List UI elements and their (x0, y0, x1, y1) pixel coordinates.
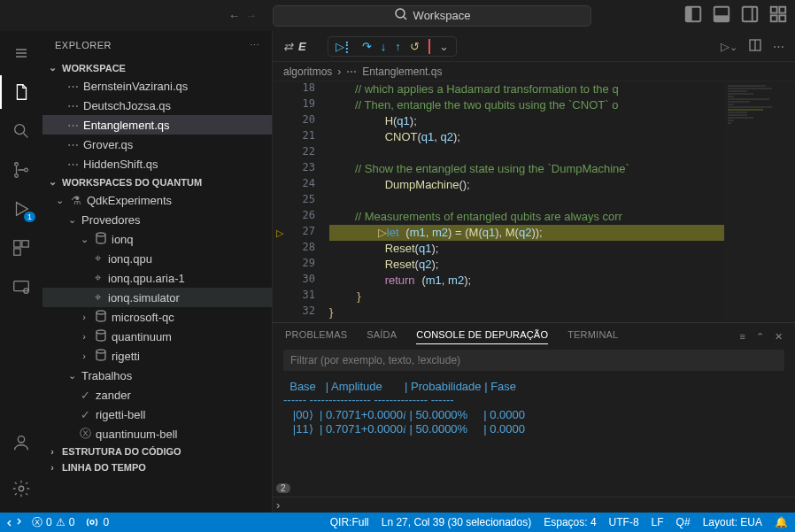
menu-icon[interactable] (0, 36, 42, 70)
tab-more-icon[interactable]: ⋯ (773, 40, 784, 53)
database-icon (94, 231, 108, 248)
job-item[interactable]: ✓rigetti-bell (42, 405, 272, 424)
breadcrumbs[interactable]: algoritmos › ⋯ Entanglement.qs (273, 62, 795, 81)
files-tree: ⋯BernsteinVazirani.qs⋯DeutschJozsa.qs⋯En… (42, 76, 272, 173)
errors-status[interactable]: ⓧ 0 ⚠ 0 (32, 515, 74, 530)
step-into-icon[interactable]: ↓ (381, 40, 387, 53)
target-icon: ⌖ (90, 251, 104, 266)
source-control-icon[interactable] (0, 153, 42, 187)
account-icon[interactable] (0, 426, 42, 459)
file-item[interactable]: ⋯DeutschJozsa.qs (42, 96, 272, 115)
file-label: DeutschJozsa.qs (83, 99, 171, 112)
stop-icon[interactable] (428, 40, 430, 53)
provider-item[interactable]: ›quantinuum (42, 327, 272, 346)
database-icon (94, 348, 108, 365)
file-label: Entanglement.qs (83, 119, 170, 132)
database-icon (94, 328, 108, 345)
timeline-section[interactable]: ›LINHA DO TEMPO (42, 459, 272, 475)
panel-maximize-icon[interactable]: ⌃ (756, 331, 764, 343)
extensions-icon[interactable] (0, 231, 42, 265)
provider-item[interactable]: ›rigetti (42, 346, 272, 366)
codestruct-section[interactable]: ›ESTRUTURA DO CÓDIGO (42, 443, 272, 459)
search-tab-icon[interactable] (0, 114, 42, 148)
debug-console-output[interactable]: Base | Amplitude | Probabilidade | Fase … (273, 371, 795, 497)
providers-node[interactable]: ⌄Provedores (42, 210, 272, 229)
panel-settings-icon[interactable]: ≡ (740, 331, 745, 343)
minimap[interactable] (724, 81, 795, 322)
step-out-icon[interactable]: ↑ (395, 40, 401, 53)
remote-icon[interactable] (0, 270, 42, 304)
debug-icon[interactable]: 1 (0, 192, 42, 226)
back-icon[interactable]: ← (228, 9, 240, 22)
panel-tab[interactable]: PROBLEMAS (285, 329, 347, 343)
more-icon[interactable]: ⋯ (250, 40, 260, 51)
job-item[interactable]: ⓧquantinuum-bell (42, 424, 272, 443)
step-over-icon[interactable]: ↷ (362, 40, 372, 53)
workspace-section[interactable]: ⌄WORKSPACE (42, 59, 272, 76)
layout-panel-icon[interactable] (712, 4, 731, 27)
code-text[interactable]: // which applies a Hadamard transformati… (329, 81, 724, 320)
job-item[interactable]: ✓zander (42, 385, 272, 405)
svg-rect-4 (714, 15, 729, 21)
svg-point-22 (96, 311, 105, 314)
file-icon: ⋯ (346, 66, 357, 78)
line-gutter[interactable]: 181920212223242526▷272829303132 (273, 81, 329, 320)
target-item[interactable]: ⌖ionq.qpu (42, 249, 272, 268)
provider-ionq[interactable]: ⌄ionq (42, 229, 272, 249)
forward-icon[interactable]: → (245, 9, 257, 22)
section-label: WORKSPACE (62, 63, 126, 73)
file-item[interactable]: ⋯HiddenShift.qs (42, 154, 272, 173)
code-editor[interactable]: 181920212223242526▷272829303132 // which… (273, 81, 795, 322)
file-item[interactable]: ⋯Entanglement.qs (42, 115, 272, 135)
quantum-workspace[interactable]: ⌄⚗QdkExperiments (42, 190, 272, 210)
ports-status[interactable]: 0 (85, 515, 109, 529)
file-label: BernsteinVazirani.qs (83, 80, 188, 93)
status-bar: ⓧ 0 ⚠ 0 0 QIR:Full Ln 27, Col 39 (30 sel… (0, 513, 795, 532)
split-editor-icon[interactable] (748, 38, 762, 55)
target-item[interactable]: ⌖ionq.qpu.aria-1 (42, 268, 272, 288)
title-bar: ← → Workspace (0, 0, 795, 31)
file-item[interactable]: ⋯BernsteinVazirani.qs (42, 76, 272, 96)
cursor-status[interactable]: Ln 27, Col 39 (30 selecionados) (382, 516, 531, 528)
settings-icon[interactable] (0, 472, 42, 505)
svg-point-24 (96, 350, 105, 353)
qir-status[interactable]: QIR:Full (330, 516, 369, 528)
bottom-panel: PROBLEMASSAÍDACONSOLE DE DEPURAÇÃOTERMIN… (273, 322, 795, 513)
breadcrumb-item[interactable]: algoritmos (283, 66, 332, 78)
explorer-icon[interactable] (0, 75, 42, 109)
panel-tab[interactable]: SAÍDA (367, 329, 397, 343)
remote-indicator[interactable] (7, 515, 21, 529)
toolbar-chevron-icon[interactable]: ⌄ (439, 40, 449, 53)
jobs-node[interactable]: ⌄Trabalhos (42, 366, 272, 385)
quantum-tree: ⌄⚗QdkExperiments⌄Provedores⌄ionq⌖ionq.qp… (42, 190, 272, 443)
spaces-status[interactable]: Espaços: 4 (544, 516, 596, 528)
breadcrumb-item[interactable]: Entanglement.qs (362, 66, 442, 78)
panel-close-icon[interactable]: ✕ (775, 331, 783, 343)
run-dropdown-icon[interactable]: ▷⌄ (721, 40, 737, 53)
provider-item[interactable]: ›microsoft-qc (42, 307, 272, 327)
eol-status[interactable]: LF (652, 516, 664, 528)
editor-tab[interactable]: ⇄ E (273, 31, 317, 61)
target-item[interactable]: ⌖ionq.simulator (42, 288, 272, 307)
file-icon: ⋯ (66, 99, 80, 112)
debug-filter-input[interactable]: Filtrar (por exemplo, texto, !exclude) (283, 350, 784, 371)
panel-tab[interactable]: TERMINAL (567, 329, 618, 343)
filter-placeholder: Filtrar (por exemplo, texto, !exclude) (290, 354, 460, 366)
customize-layout-icon[interactable] (768, 4, 788, 27)
panel-tab[interactable]: CONSOLE DE DEPURAÇÃO (416, 329, 548, 344)
file-item[interactable]: ⋯Grover.qs (42, 135, 272, 154)
svg-rect-2 (686, 7, 692, 22)
file-icon: ⋯ (66, 80, 80, 93)
layout-status[interactable]: Layout: EUA (703, 516, 762, 528)
quantum-section[interactable]: ⌄WORKSPACES DO QUANTUM (42, 173, 272, 190)
restart-icon[interactable]: ↺ (410, 40, 420, 53)
layout-secondary-icon[interactable] (740, 4, 760, 27)
command-center[interactable]: Workspace (273, 5, 591, 27)
lang-status[interactable]: Q# (676, 516, 691, 528)
encoding-status[interactable]: UTF-8 (609, 516, 639, 528)
continue-icon[interactable]: ▷⡇ (336, 40, 353, 53)
bell-icon[interactable]: 🔔 (775, 516, 788, 528)
layout-primary-icon[interactable] (683, 4, 703, 27)
repl-chevron-icon[interactable]: › (273, 497, 795, 513)
explorer-header: EXPLORER ⋯ (42, 31, 272, 59)
